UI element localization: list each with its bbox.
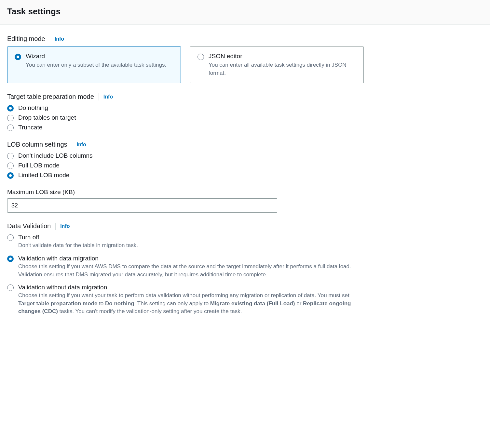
divider — [55, 223, 56, 230]
validation-options: Turn off Don't validate data for the tab… — [7, 234, 364, 316]
section-validation: Data Validation Info Turn off Don't vali… — [7, 222, 364, 316]
panel-header: Task settings — [0, 0, 490, 25]
editing-mode-options: Wizard You can enter only a subset of th… — [7, 46, 364, 83]
radio-label: Validation with data migration — [18, 255, 364, 262]
editing-mode-wizard-tile[interactable]: Wizard You can enter only a subset of th… — [7, 46, 181, 83]
section-head: LOB column settings Info — [7, 141, 364, 148]
lob-dont-include[interactable]: Don't include LOB columns — [7, 152, 364, 159]
section-title: Data Validation — [7, 222, 51, 230]
section-target-prep: Target table preparation mode Info Do no… — [7, 93, 364, 131]
tile-title: Wizard — [26, 53, 173, 60]
section-title: Editing mode — [7, 35, 45, 43]
target-prep-do-nothing[interactable]: Do nothing — [7, 104, 364, 112]
divider — [72, 141, 72, 148]
validation-with-migration[interactable]: Validation with data migration Choose th… — [7, 255, 364, 279]
lob-limited-mode[interactable]: Limited LOB mode — [7, 172, 364, 179]
radio-label: Do nothing — [18, 104, 48, 112]
radio-label: Don't include LOB columns — [18, 152, 93, 159]
radio-text: Validation without data migration Choose… — [18, 284, 364, 316]
section-max-lob: Maximum LOB size (KB) — [7, 189, 364, 213]
validation-turn-off[interactable]: Turn off Don't validate data for the tab… — [7, 234, 364, 250]
radio-text: Validation with data migration Choose th… — [18, 255, 364, 279]
radio-label: Truncate — [18, 124, 42, 131]
panel-title: Task settings — [7, 7, 483, 17]
target-prep-drop-tables[interactable]: Drop tables on target — [7, 114, 364, 121]
info-link[interactable]: Info — [77, 142, 86, 148]
radio-label: Turn off — [18, 234, 364, 241]
tile-body: JSON editor You can enter all available … — [209, 53, 356, 77]
tile-body: Wizard You can enter only a subset of th… — [26, 53, 173, 69]
info-link[interactable]: Info — [60, 223, 70, 229]
radio-icon — [7, 115, 14, 121]
radio-icon — [7, 256, 14, 262]
radio-desc: Don't validate data for the table in mig… — [18, 242, 364, 250]
divider — [99, 93, 99, 100]
section-head: Data Validation Info — [7, 222, 364, 230]
section-title: LOB column settings — [7, 141, 67, 148]
radio-icon — [7, 172, 14, 179]
radio-icon — [7, 234, 14, 241]
radio-label: Full LOB mode — [18, 162, 60, 169]
radio-label: Limited LOB mode — [18, 172, 69, 179]
validation-without-migration[interactable]: Validation without data migration Choose… — [7, 284, 364, 316]
tile-desc: You can enter all available task setting… — [209, 61, 356, 77]
radio-icon — [7, 125, 14, 131]
target-prep-options: Do nothing Drop tables on target Truncat… — [7, 104, 364, 131]
content-area: Editing mode Info Wizard You can enter o… — [0, 25, 371, 338]
radio-icon — [197, 54, 204, 60]
section-head: Target table preparation mode Info — [7, 93, 364, 100]
lob-full-mode[interactable]: Full LOB mode — [7, 162, 364, 169]
radio-icon — [7, 153, 14, 159]
radio-label: Drop tables on target — [18, 114, 76, 121]
field-label: Maximum LOB size (KB) — [7, 189, 364, 196]
info-link[interactable]: Info — [103, 94, 113, 100]
radio-text: Turn off Don't validate data for the tab… — [18, 234, 364, 250]
section-editing-mode: Editing mode Info Wizard You can enter o… — [7, 35, 364, 83]
radio-desc: Choose this setting if you want your tas… — [18, 292, 364, 316]
tile-title: JSON editor — [209, 53, 356, 60]
target-prep-truncate[interactable]: Truncate — [7, 124, 364, 131]
editing-mode-json-tile[interactable]: JSON editor You can enter all available … — [190, 46, 364, 83]
info-link[interactable]: Info — [55, 36, 64, 42]
max-lob-size-input[interactable] — [7, 198, 277, 213]
section-head: Editing mode Info — [7, 35, 364, 43]
radio-desc: Choose this setting if you want AWS DMS … — [18, 263, 364, 279]
radio-icon — [7, 163, 14, 169]
radio-icon — [7, 105, 14, 112]
section-title: Target table preparation mode — [7, 93, 94, 100]
tile-desc: You can enter only a subset of the avail… — [26, 61, 173, 69]
radio-icon — [7, 284, 14, 291]
section-lob: LOB column settings Info Don't include L… — [7, 141, 364, 179]
radio-icon — [15, 54, 21, 60]
lob-options: Don't include LOB columns Full LOB mode … — [7, 152, 364, 179]
divider — [50, 35, 50, 43]
radio-label: Validation without data migration — [18, 284, 364, 291]
